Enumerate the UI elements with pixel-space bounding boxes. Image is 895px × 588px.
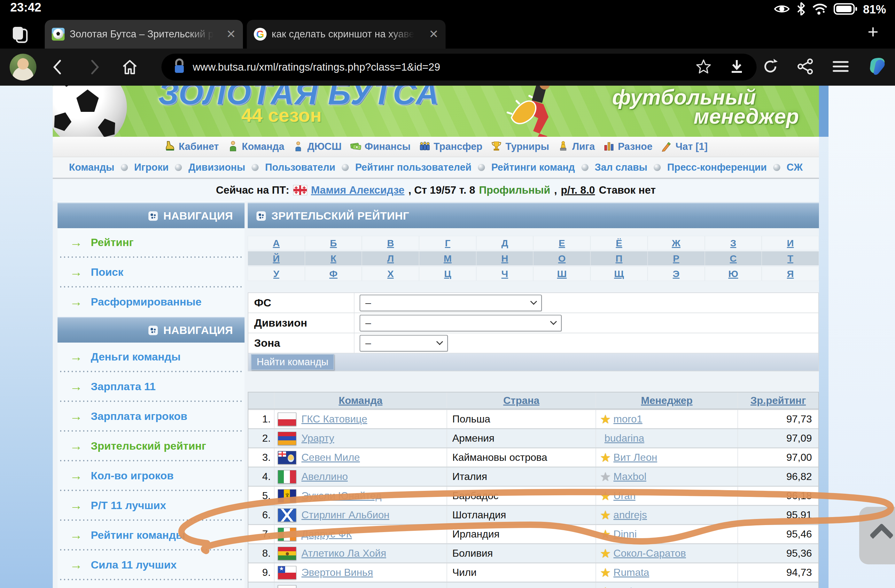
subnav-link-4[interactable]: Пользователи <box>265 162 335 173</box>
bookmark-star-icon[interactable] <box>695 58 712 76</box>
letter-link-С[interactable]: С <box>730 253 737 264</box>
letter-link-Н[interactable]: Н <box>501 253 508 264</box>
sidebar-item-7[interactable]: →Рейтинг команды <box>58 521 244 549</box>
back-button[interactable] <box>49 58 67 76</box>
refresh-icon[interactable] <box>762 58 779 77</box>
team-link[interactable]: Даррус ФК <box>302 528 352 540</box>
manager-link[interactable]: Toniq <box>613 586 638 588</box>
tab-switcher-icon[interactable] <box>10 24 31 45</box>
team-link[interactable]: Севен Миле <box>302 452 360 463</box>
menu-link[interactable]: Команда <box>242 141 284 152</box>
sidebar-item-3[interactable]: →Зарплата игроков <box>58 402 244 430</box>
letter-link-П[interactable]: П <box>616 253 623 264</box>
filter-select-2[interactable]: – <box>360 315 561 331</box>
letter-link-О[interactable]: О <box>558 253 566 264</box>
menu-item-2[interactable]: Команда <box>227 140 284 153</box>
menu-item-3[interactable]: ДЮСШ <box>293 140 341 153</box>
sidebar-link[interactable]: Кол-во игроков <box>91 470 174 482</box>
menu-item-1[interactable]: Кабинет <box>164 140 218 153</box>
letter-link-Л[interactable]: Л <box>387 253 394 264</box>
url-text[interactable]: www.butsa.ru/xml/ratings/ratings.php?cla… <box>193 61 440 73</box>
menu-link[interactable]: Кабинет <box>179 141 218 152</box>
column-header-link[interactable]: Страна <box>503 395 539 406</box>
find-teams-button[interactable]: Найти команды <box>251 354 334 370</box>
copilot-icon[interactable] <box>867 56 887 78</box>
letter-link-Т[interactable]: Т <box>787 253 793 264</box>
sidebar-item-1[interactable]: →Рейтинг <box>58 228 244 256</box>
subnav-link-9[interactable]: СЖ <box>787 162 802 173</box>
letter-link-Ё[interactable]: Ё <box>616 238 622 249</box>
letter-link-Г[interactable]: Г <box>445 238 451 249</box>
new-tab-button[interactable]: + <box>868 23 878 41</box>
menu-item-6[interactable]: Турниры <box>491 140 549 153</box>
letter-link-Ц[interactable]: Ц <box>444 268 451 279</box>
sidebar-item-9[interactable]: →Ср. возраст 11 <box>58 580 244 588</box>
manager-link[interactable]: Dinni <box>613 528 637 540</box>
menu-item-5[interactable]: Трансфер <box>419 140 483 153</box>
letter-link-Е[interactable]: Е <box>559 238 565 249</box>
sidebar-item-1[interactable]: →Деньги команды <box>58 342 244 371</box>
sidebar-link[interactable]: Р/Т 11 лучших <box>91 499 166 512</box>
letter-link-Ж[interactable]: Ж <box>672 238 681 249</box>
menu-link[interactable]: Турниры <box>505 141 549 152</box>
menu-link[interactable]: Чат [1] <box>675 141 708 152</box>
now-rt-link[interactable]: р/т. 8.0 <box>561 184 595 196</box>
subnav-link-3[interactable]: Дивизионы <box>188 162 245 173</box>
team-link[interactable]: Авеллино <box>302 471 348 483</box>
letter-link-В[interactable]: В <box>387 238 394 249</box>
team-link[interactable]: Стирлинг Альбион <box>302 509 389 521</box>
close-tab-icon[interactable]: ✕ <box>429 29 438 40</box>
sidebar-link[interactable]: Зарплата игроков <box>91 410 187 423</box>
tab-google-search[interactable]: G как сделать скриншот на хуаве ✕ <box>247 20 446 48</box>
manager-link[interactable]: budarina <box>604 432 645 444</box>
letter-link-И[interactable]: И <box>787 238 794 249</box>
column-header-link[interactable]: Зр.рейтинг <box>751 395 806 406</box>
sidebar-link[interactable]: Зрительский рейтинг <box>91 440 206 452</box>
team-link[interactable]: Атлетико Ла Хойя <box>302 547 386 559</box>
menu-link[interactable]: Трансфер <box>434 141 483 152</box>
sidebar-item-4[interactable]: →Зрительский рейтинг <box>58 432 244 460</box>
filter-select-1[interactable]: – <box>360 295 542 311</box>
menu-link[interactable]: Разное <box>618 141 652 152</box>
manager-link[interactable]: Uran <box>613 490 636 502</box>
letter-link-Д[interactable]: Д <box>501 238 508 249</box>
sidebar-link[interactable]: Рейтинг команды <box>91 529 185 541</box>
sidebar-item-3[interactable]: →Расформированные <box>58 288 244 316</box>
team-link[interactable]: ГКС Катовице <box>302 413 367 425</box>
sidebar-item-5[interactable]: →Кол-во игроков <box>58 461 244 489</box>
sidebar-link[interactable]: Расформированные <box>91 296 202 308</box>
menu-item-7[interactable]: Лига <box>557 140 595 153</box>
manager-link[interactable]: Сокол-Саратов <box>613 547 686 559</box>
manager-link[interactable]: Maxbol <box>613 471 646 483</box>
subnav-link-7[interactable]: Зал славы <box>595 162 648 173</box>
sidebar-link[interactable]: Рейтинг <box>91 236 133 249</box>
close-tab-icon[interactable]: ✕ <box>226 29 236 40</box>
address-bar[interactable]: www.butsa.ru/xml/ratings/ratings.php?cla… <box>161 54 757 80</box>
letter-link-А[interactable]: А <box>273 238 280 249</box>
menu-item-8[interactable]: Разное <box>603 140 652 153</box>
sidebar-link[interactable]: Деньги команды <box>91 350 181 363</box>
team-link[interactable]: Орлета Решель <box>302 586 376 588</box>
letter-link-Б[interactable]: Б <box>330 238 337 249</box>
manager-link[interactable]: Rumata <box>613 567 649 578</box>
sidebar-link[interactable]: Зарплата 11 <box>91 380 156 393</box>
letter-link-Э[interactable]: Э <box>673 268 680 279</box>
subnav-link-8[interactable]: Пресс-конференции <box>667 162 767 173</box>
sidebar-item-2[interactable]: →Зарплата 11 <box>58 372 244 400</box>
team-link[interactable]: Эуксли Юнайтед <box>302 490 382 502</box>
sidebar-link[interactable]: Поиск <box>91 266 123 278</box>
menu-link[interactable]: Лига <box>572 141 595 152</box>
letter-link-М[interactable]: М <box>444 253 452 264</box>
letter-link-Й[interactable]: Й <box>273 253 280 264</box>
tab-butsa[interactable]: Золотая Бутса – Зрительский р ✕ <box>45 20 243 48</box>
forward-button[interactable] <box>86 58 103 76</box>
share-icon[interactable] <box>796 58 815 77</box>
letter-link-Ю[interactable]: Ю <box>728 268 738 279</box>
letter-link-Я[interactable]: Я <box>787 268 794 279</box>
subnav-link-6[interactable]: Рейтинги команд <box>491 162 575 173</box>
letter-link-Щ[interactable]: Щ <box>614 268 624 279</box>
sidebar-item-6[interactable]: →Р/Т 11 лучших <box>58 491 244 519</box>
menu-item-4[interactable]: Финансы <box>350 140 411 153</box>
menu-item-9[interactable]: Чат [1] <box>661 140 708 153</box>
team-link[interactable]: Эвертон Винья <box>302 567 373 578</box>
